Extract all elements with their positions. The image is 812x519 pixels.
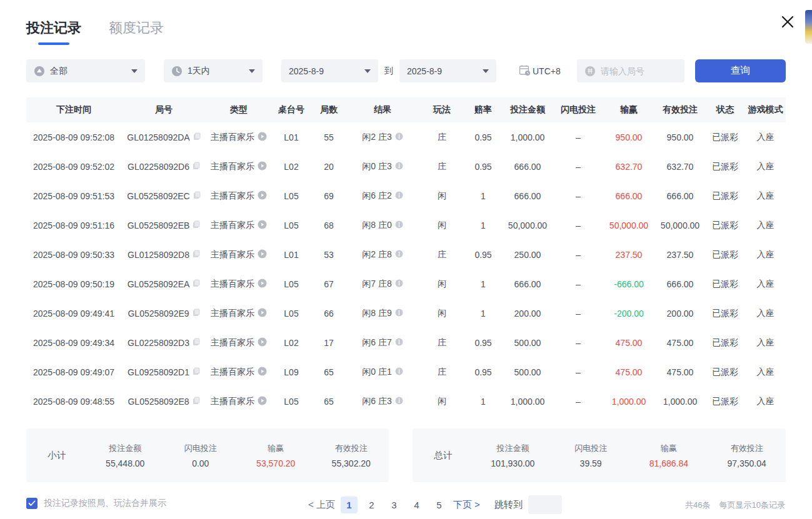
page-number[interactable]: 5 (431, 497, 448, 513)
play-video-icon[interactable] (258, 190, 267, 202)
cell-win-loss: 475.00 (603, 367, 655, 377)
round-search-field[interactable] (577, 59, 684, 82)
info-icon[interactable] (395, 367, 403, 377)
tab[interactable]: 投注记录 (26, 19, 81, 45)
copy-icon[interactable] (193, 279, 200, 289)
cell-valid-bet: 950.00 (655, 132, 705, 142)
summary-item-value: 81,686.84 (630, 458, 708, 468)
timezone-value: UTC+8 (533, 66, 561, 76)
total-items: 投注金额 101,930.00 闪电投注 39.59 输赢 81,686.84 … (474, 443, 786, 468)
date-to-select[interactable]: 2025-8-9 (399, 59, 496, 82)
cell-win-loss: 237.50 (603, 250, 655, 260)
category-select[interactable]: 全部 (26, 59, 145, 82)
search-button[interactable]: 查询 (695, 59, 786, 82)
play-video-icon[interactable] (258, 337, 267, 348)
cell-bet-amount: 500.00 (501, 338, 554, 348)
page-number[interactable]: 1 (341, 497, 358, 513)
column-header: 结果 (346, 104, 419, 116)
column-header: 局号 (121, 104, 206, 116)
prev-page-button[interactable]: < 上页 (308, 499, 335, 511)
copy-icon[interactable] (193, 367, 200, 377)
column-header: 赔率 (465, 104, 501, 116)
summary-item-value: 53,570.20 (238, 458, 314, 468)
cell-play-type: 闲 (419, 190, 465, 202)
info-icon[interactable] (395, 220, 403, 230)
cell-bet-amount: 666.00 (501, 279, 554, 289)
column-header: 类型 (206, 104, 271, 116)
cell-round-count: 65 (311, 367, 346, 377)
cell-round-id: GL01258092DA (121, 132, 206, 142)
round-id-text: GL05258092E9 (128, 309, 189, 319)
merge-checkbox[interactable] (26, 498, 38, 509)
tab[interactable]: 额度记录 (109, 19, 164, 45)
copy-icon[interactable] (193, 338, 200, 348)
info-icon[interactable] (395, 162, 403, 172)
cell-valid-bet: 1,000.00 (655, 397, 705, 407)
play-video-icon[interactable] (258, 220, 267, 231)
cell-status: 已派彩 (705, 220, 745, 231)
date-to-value: 2025-8-9 (407, 66, 442, 76)
round-id-text: GL09258092D1 (128, 367, 189, 377)
table-row: 2025-08-09 09:48:55 GL05258092E8 主播百家乐 L… (26, 387, 786, 416)
jump-page-input[interactable] (528, 495, 562, 514)
play-video-icon[interactable] (258, 279, 267, 290)
cell-result: 闲6 庄3 (346, 396, 419, 407)
round-id-text: GL02258092D6 (128, 162, 189, 172)
cell-status: 已派彩 (705, 190, 745, 202)
copy-icon[interactable] (193, 162, 200, 172)
cell-result: 闲6 庄7 (346, 337, 419, 348)
round-id-text: GL05258092EC (127, 191, 189, 201)
copy-icon[interactable] (193, 191, 201, 201)
play-video-icon[interactable] (258, 249, 267, 260)
cell-play-type: 庄 (419, 161, 465, 172)
cell-win-loss: -666.00 (603, 279, 655, 289)
cell-bet-amount: 1,000.00 (501, 397, 554, 407)
info-icon[interactable] (395, 191, 403, 201)
close-icon[interactable] (779, 14, 796, 30)
play-video-icon[interactable] (258, 132, 267, 143)
play-video-icon[interactable] (258, 396, 267, 407)
cell-win-loss: 666.00 (603, 191, 655, 201)
cell-odds: 1 (465, 309, 501, 319)
copy-icon[interactable] (193, 250, 200, 260)
summary-item-value: 55,302.20 (314, 458, 389, 468)
page-number[interactable]: 4 (408, 497, 425, 513)
play-video-icon[interactable] (258, 367, 267, 378)
cell-status: 已派彩 (705, 161, 745, 172)
info-icon[interactable] (395, 309, 403, 319)
background-artifact (805, 10, 812, 44)
copy-icon[interactable] (193, 397, 200, 407)
next-page-button[interactable]: 下页 > (453, 499, 480, 511)
info-icon[interactable] (395, 279, 403, 289)
cell-round-count: 69 (311, 191, 346, 201)
page-number[interactable]: 2 (363, 497, 380, 513)
date-from-select[interactable]: 2025-8-9 (281, 59, 378, 82)
cell-game-mode: 入座 (745, 249, 786, 260)
copy-icon[interactable] (193, 132, 201, 142)
page-size-text: 每页显示10条记录 (719, 500, 785, 511)
play-video-icon[interactable] (258, 161, 267, 172)
info-icon[interactable] (395, 250, 403, 260)
time-range-select[interactable]: 1天内 (164, 59, 263, 82)
info-icon[interactable] (395, 338, 403, 348)
cell-flash-bet: – (554, 250, 603, 260)
copy-icon[interactable] (193, 309, 200, 319)
timezone-indicator[interactable]: UTC+8 (519, 64, 561, 78)
cell-round-id: GL05258092EC (121, 191, 206, 201)
copy-icon[interactable] (193, 220, 200, 230)
play-video-icon[interactable] (258, 308, 267, 319)
summary-item-label: 有效投注 (708, 443, 786, 454)
game-type-text: 主播百家乐 (211, 190, 254, 202)
round-search-input[interactable] (601, 66, 676, 76)
cell-table-no: L09 (271, 367, 311, 377)
info-icon[interactable] (395, 397, 403, 407)
summary-item: 闪电投注 39.59 (552, 443, 630, 468)
tab-label: 额度记录 (109, 20, 164, 36)
cell-round-id: GL01258092D8 (121, 250, 206, 260)
cell-odds: 1 (465, 279, 501, 289)
cell-odds: 0.95 (465, 132, 501, 142)
page-number[interactable]: 3 (386, 497, 403, 513)
cell-table-no: L05 (271, 191, 311, 201)
info-icon[interactable] (395, 132, 403, 142)
game-type-text: 主播百家乐 (211, 132, 254, 143)
